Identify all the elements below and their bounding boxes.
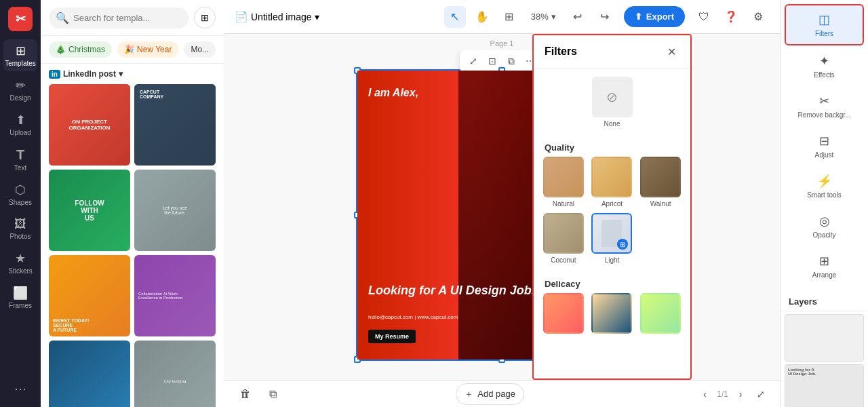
prev-page-button[interactable]: ‹ — [696, 386, 713, 402]
sidebar-item-label: Stickers — [8, 267, 33, 275]
add-page-label: Add page — [477, 389, 515, 399]
canvas-text-top: I am Alex, — [368, 87, 418, 99]
sidebar-item-more[interactable]: ⋯ — [3, 377, 37, 400]
export-button[interactable]: ⬆ Export — [624, 6, 685, 27]
right-tool-effects[interactable]: ✦ Effects — [785, 47, 864, 85]
template-thumb-5[interactable]: INVEST TODAY!SECUREA FUTURE — [49, 255, 130, 336]
canvas-subheading-area: Looking for A UI Design Job. — [368, 284, 535, 298]
layout-tool-button[interactable]: ⊞ — [498, 6, 520, 28]
filter-label-light: Light — [605, 256, 620, 264]
template-thumb-2[interactable]: CAPCUTCOMPANY — [134, 84, 216, 166]
sidebar-item-shapes[interactable]: ⬡ Shapes — [3, 178, 37, 210]
more-icon: ⋯ — [14, 381, 26, 396]
tab-new-year[interactable]: 🎉 New Year — [117, 41, 178, 58]
right-tool-arrange[interactable]: ⊞ Arrange — [785, 247, 864, 286]
sidebar-item-text[interactable]: T Text — [3, 143, 37, 176]
sidebar-item-frames[interactable]: ⬜ Frames — [3, 282, 37, 313]
sidebar-item-photos[interactable]: 🖼 Photos — [3, 213, 37, 244]
search-input[interactable] — [73, 13, 182, 23]
platform-badge: in — [49, 70, 60, 79]
canvas-wrapper: ⤢ ⊡ ⧉ ⋯ ⊡ ⋯ — [224, 50, 780, 380]
adjust-label: Adjust — [815, 151, 834, 159]
sidebar-item-label: Frames — [9, 302, 32, 309]
zoom-selector[interactable]: 38% ▾ — [526, 9, 561, 24]
filter-item-natural[interactable]: Natural — [542, 157, 585, 208]
top-bar: 📄 Untitled image ▾ ↖ ✋ ⊞ 38% ▾ ↩ ↪ ⬆ Exp… — [224, 0, 780, 34]
template-thumb-4[interactable]: Let you seethe future. — [134, 170, 216, 251]
canvas-subheading[interactable]: Looking for A UI Design Job. — [368, 284, 535, 298]
sidebar-item-templates[interactable]: ⊞ Templates — [3, 39, 37, 71]
add-page-button[interactable]: ＋ Add page — [456, 383, 524, 405]
plus-icon: ＋ — [465, 388, 473, 400]
sidebar-item-upload[interactable]: ⬆ Upload — [3, 109, 37, 140]
filter-item-walnut[interactable]: Walnut — [639, 157, 682, 208]
undo-button[interactable]: ↩ — [567, 6, 589, 28]
doc-title[interactable]: 📄 Untitled image ▾ — [235, 10, 319, 23]
shield-icon[interactable]: 🛡 — [693, 6, 715, 28]
filter-grid-quality: Natural Apricot Walnut — [534, 157, 690, 272]
layers-scroll: Looking for AUI Design Job. Looking for … — [781, 311, 868, 407]
resize-icon[interactable]: ⤢ — [465, 53, 481, 69]
filter-thumb-del3[interactable] — [640, 293, 681, 334]
section-label[interactable]: LinkedIn post — [63, 69, 116, 79]
layer-item-2[interactable]: Looking for AUI Design Job. — [785, 364, 864, 407]
selected-checkmark: ⊞ — [620, 241, 625, 248]
filter-item-light[interactable]: ⊞ Light — [591, 213, 634, 264]
templates-icon: ⊞ — [16, 43, 26, 58]
filter-label-walnut: Walnut — [650, 200, 671, 208]
template-thumb-8[interactable]: City building — [134, 341, 216, 407]
filter-item-none[interactable]: ⊘ None — [592, 77, 633, 128]
duplicate-icon[interactable]: ⧉ — [503, 53, 519, 69]
fullscreen-button[interactable]: ⤢ — [753, 386, 769, 402]
effects-tool-label: Effects — [814, 71, 834, 79]
select-tool-button[interactable]: ↖ — [444, 6, 466, 28]
filter-label-none: None — [604, 120, 620, 128]
canvas-resume-button[interactable]: My Resume — [368, 330, 416, 343]
right-tool-adjust[interactable]: ⊟ Adjust — [785, 127, 864, 166]
filter-item-del3[interactable] — [639, 293, 682, 334]
next-page-button[interactable]: › — [732, 386, 749, 402]
template-thumb-3[interactable]: FOLLOWWITHUS — [49, 170, 130, 251]
right-tool-smart[interactable]: ⚡ Smart tools — [785, 167, 864, 206]
right-tool-filters[interactable]: ◫ Filters — [785, 4, 864, 45]
filter-thumb-del1[interactable] — [543, 293, 584, 334]
template-thumb-6[interactable]: Collaboration At WorkExcellence in Produ… — [134, 255, 216, 336]
tab-christmas[interactable]: 🎄 Christmas — [49, 41, 112, 58]
template-thumb-7[interactable]: APARTMENTFOR RENT — [49, 341, 130, 407]
filter-grid-delicacy — [534, 293, 690, 342]
filter-thumb-del2[interactable] — [591, 293, 632, 334]
help-icon[interactable]: ❓ — [720, 6, 742, 28]
sidebar-item-design[interactable]: ✏ Design — [3, 74, 37, 106]
sidebar-item-stickers[interactable]: ★ Stickers — [3, 247, 37, 279]
filter-thumb-light[interactable]: ⊞ — [591, 213, 632, 254]
filters-panel: Filters ✕ ⊘ None Quality — [532, 34, 692, 380]
canvas-heading[interactable]: I am Alex, — [368, 87, 418, 99]
hand-tool-button[interactable]: ✋ — [471, 6, 493, 28]
right-tool-remove-bg[interactable]: ✂ Remove backgr... — [785, 87, 864, 125]
redo-button[interactable]: ↪ — [594, 6, 616, 28]
layer-item-1[interactable] — [785, 314, 864, 362]
search-icon: 🔍 — [56, 12, 69, 24]
crop-icon[interactable]: ⊡ — [484, 53, 500, 69]
filter-thumb-coconut[interactable] — [543, 213, 584, 254]
close-filters-button[interactable]: ✕ — [663, 43, 679, 60]
filter-thumb-walnut[interactable] — [640, 157, 681, 197]
filter-button[interactable]: ⊞ — [194, 7, 216, 28]
filter-thumb-none[interactable]: ⊘ — [592, 77, 633, 117]
filter-thumb-natural[interactable] — [543, 157, 584, 197]
stickers-icon: ★ — [15, 251, 26, 266]
filter-item-del2[interactable] — [591, 293, 634, 334]
shapes-icon: ⬡ — [15, 182, 26, 197]
search-wrapper[interactable]: 🔍 — [49, 7, 189, 28]
right-tool-opacity[interactable]: ◎ Opacity — [785, 207, 864, 246]
filter-item-apricot[interactable]: Apricot — [591, 157, 634, 208]
copy-page-button[interactable]: ⧉ — [262, 383, 283, 405]
tab-more[interactable]: Mo... — [184, 41, 216, 58]
template-thumb-1[interactable]: ON PROJECTORGANIZATION — [49, 84, 130, 166]
settings-icon[interactable]: ⚙ — [747, 6, 769, 28]
delete-page-button[interactable]: 🗑 — [235, 383, 256, 405]
sidebar-item-label: Text — [14, 164, 26, 172]
filter-item-coconut[interactable]: Coconut — [542, 213, 585, 264]
filter-item-del1[interactable] — [542, 293, 585, 334]
filter-thumb-apricot[interactable] — [591, 157, 632, 197]
